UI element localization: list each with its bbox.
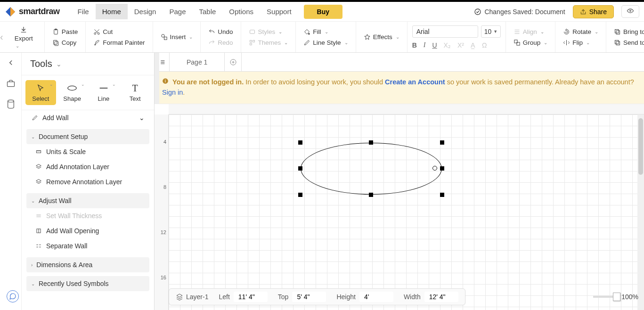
menu-design[interactable]: Design bbox=[128, 4, 163, 19]
layer-plus-icon bbox=[35, 163, 42, 171]
units-scale-item[interactable]: Units & Scale bbox=[26, 144, 149, 159]
clipboard-icon bbox=[52, 28, 59, 35]
rail-database-button[interactable] bbox=[6, 99, 16, 109]
cut-button[interactable]: Cut bbox=[90, 27, 147, 37]
font-color-button[interactable]: A̲ bbox=[471, 41, 475, 49]
tool-select[interactable]: ⌄ Select bbox=[25, 80, 56, 105]
flip-button[interactable]: Flip⌄ bbox=[560, 38, 601, 48]
sign-in-link[interactable]: Sign in bbox=[162, 89, 183, 96]
send-to-back-button[interactable]: Send to Back bbox=[611, 38, 644, 48]
buy-button[interactable]: Buy bbox=[304, 5, 342, 19]
rail-toolbox-button[interactable] bbox=[6, 78, 16, 89]
width-input[interactable] bbox=[424, 292, 458, 302]
remove-annotation-item[interactable]: Remove Annotation Layer bbox=[26, 174, 149, 189]
document-setup-header[interactable]: ⌄Document Setup bbox=[26, 129, 149, 144]
italic-button[interactable]: I bbox=[424, 41, 426, 49]
preview-button[interactable] bbox=[621, 5, 639, 18]
svg-rect-12 bbox=[253, 40, 254, 42]
bring-front-icon bbox=[614, 28, 621, 35]
svg-rect-19 bbox=[615, 40, 619, 44]
themes-button[interactable]: Themes⌄ bbox=[246, 38, 291, 48]
ruler-horizontal[interactable] bbox=[169, 104, 644, 114]
logo[interactable]: smartdraw bbox=[5, 6, 60, 17]
redo-button[interactable]: Redo bbox=[205, 38, 236, 48]
group-button[interactable]: Group⌄ bbox=[511, 38, 551, 48]
bold-button[interactable]: B bbox=[412, 41, 417, 49]
add-page-button[interactable] bbox=[225, 53, 242, 71]
resize-handle-w[interactable] bbox=[298, 166, 302, 171]
ruler-vertical[interactable]: 4 8 12 16 bbox=[155, 114, 169, 310]
format-painter-button[interactable]: Format Painter bbox=[90, 38, 147, 48]
effects-button[interactable]: Effects⌄ bbox=[361, 32, 402, 42]
set-wall-thickness-item[interactable]: Set Wall Thickness bbox=[26, 208, 149, 223]
height-input[interactable] bbox=[359, 292, 393, 302]
menu-support[interactable]: Support bbox=[260, 4, 298, 19]
create-account-link[interactable]: Create an Account bbox=[385, 78, 445, 86]
zoom-percent[interactable]: 100% bbox=[621, 293, 638, 301]
tools-header[interactable]: Tools ⌄ bbox=[22, 53, 154, 75]
bring-to-front-button[interactable]: Bring to Front bbox=[611, 27, 644, 37]
resize-handle-ne[interactable] bbox=[440, 140, 444, 145]
copy-button[interactable]: Copy bbox=[49, 38, 81, 48]
tool-shape[interactable]: ⌄ Shape bbox=[57, 80, 88, 105]
resize-handle-e[interactable] bbox=[440, 166, 444, 171]
align-button[interactable]: Align⌄ bbox=[511, 27, 551, 37]
rotate-button[interactable]: Rotate⌄ bbox=[560, 27, 601, 37]
resize-handle-nw[interactable] bbox=[298, 140, 302, 145]
menu-home[interactable]: Home bbox=[96, 4, 128, 19]
resize-handle-sw[interactable] bbox=[298, 193, 302, 197]
chevron-down-icon: ⌄ bbox=[325, 29, 328, 34]
resize-handle-s[interactable] bbox=[369, 193, 373, 197]
info-icon: i bbox=[162, 77, 169, 88]
zoom-slider[interactable] bbox=[593, 296, 617, 298]
svg-point-22 bbox=[8, 100, 14, 102]
rotation-handle[interactable] bbox=[432, 166, 437, 171]
recent-symbols-header[interactable]: ⌄Recently Used Symbols bbox=[26, 276, 149, 291]
resize-handle-n[interactable] bbox=[369, 140, 373, 145]
menu-file[interactable]: File bbox=[71, 4, 96, 19]
svg-rect-9 bbox=[164, 37, 167, 40]
vertical-scrollbar[interactable] bbox=[637, 114, 644, 310]
separate-wall-item[interactable]: Separate Wall bbox=[26, 238, 149, 253]
tool-text[interactable]: T Text bbox=[120, 80, 150, 105]
adjust-wall-header[interactable]: ⌄Adjust Wall bbox=[26, 193, 149, 208]
add-annotation-item[interactable]: Add Annotation Layer bbox=[26, 159, 149, 174]
insert-button[interactable]: Insert⌄ bbox=[158, 32, 196, 42]
line-style-button[interactable]: Line Style⌄ bbox=[301, 38, 351, 48]
menu-table[interactable]: Table bbox=[192, 4, 222, 19]
zoom-knob[interactable] bbox=[613, 293, 620, 301]
rail-back-button[interactable] bbox=[6, 57, 16, 68]
menu-page[interactable]: Page bbox=[163, 4, 192, 19]
pencil-icon bbox=[31, 114, 39, 122]
ruler-tick: 12 bbox=[161, 229, 166, 235]
canvas[interactable]: 4 8 12 16 bbox=[155, 104, 644, 310]
add-wall-item[interactable]: Add Wall ⌄ bbox=[26, 110, 149, 125]
database-icon bbox=[7, 99, 15, 109]
superscript-button[interactable]: X² bbox=[457, 41, 464, 49]
share-button[interactable]: Share bbox=[573, 5, 614, 18]
fill-button[interactable]: Fill⌄ bbox=[301, 27, 351, 37]
left-input[interactable] bbox=[234, 292, 268, 302]
subscript-button[interactable]: X₂ bbox=[444, 41, 451, 49]
add-wall-opening-item[interactable]: Add Wall Opening bbox=[26, 223, 149, 238]
undo-button[interactable]: Undo bbox=[205, 27, 236, 37]
tool-line[interactable]: ⌄ Line bbox=[89, 80, 119, 105]
scrollbar-thumb[interactable] bbox=[638, 118, 643, 175]
font-family-select[interactable]: Arial bbox=[412, 25, 478, 38]
ribbon-scroll-left[interactable]: ‹ bbox=[0, 22, 3, 52]
menu-options[interactable]: Options bbox=[222, 4, 260, 19]
resize-handle-se[interactable] bbox=[440, 193, 444, 197]
dimensions-area-header[interactable]: ›Dimensions & Area bbox=[26, 257, 149, 272]
paste-button[interactable]: Paste bbox=[49, 27, 81, 37]
export-button[interactable]: Export ⌄ bbox=[8, 24, 40, 51]
grid[interactable] bbox=[169, 114, 644, 310]
special-char-button[interactable]: Ω bbox=[482, 41, 487, 49]
page-tab-1[interactable]: Page 1 bbox=[170, 53, 225, 71]
help-button[interactable] bbox=[7, 290, 19, 302]
styles-button[interactable]: Styles⌄ bbox=[246, 27, 291, 37]
underline-button[interactable]: U bbox=[432, 41, 437, 49]
font-size-select[interactable]: 10▼ bbox=[481, 25, 501, 38]
top-input[interactable] bbox=[292, 292, 326, 302]
layer-selector[interactable]: Layer-1 bbox=[176, 293, 208, 301]
selected-ellipse-shape[interactable] bbox=[301, 143, 442, 195]
